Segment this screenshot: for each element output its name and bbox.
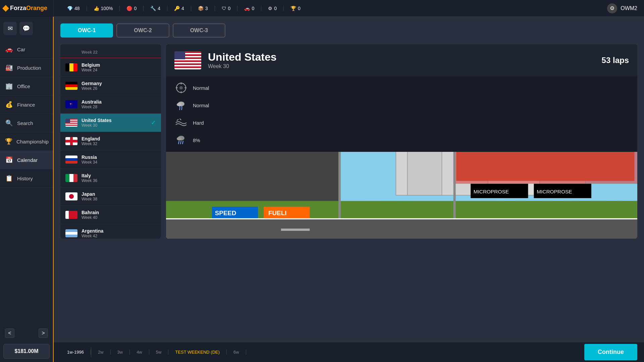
track-image: MICROPROSE MICROPROSE SPEED FUELI: [166, 152, 637, 239]
stat-shield-value: 0: [228, 6, 231, 11]
sidebar-item-history[interactable]: 📋 History: [0, 169, 53, 188]
race-week: Week 38: [82, 197, 156, 201]
svg-point-7: [177, 103, 181, 106]
list-item[interactable]: 🇦🇺 Australia Week 28: [60, 95, 161, 114]
detail-country: United States Week 30: [208, 51, 595, 69]
list-item[interactable]: Week 22: [60, 44, 161, 58]
wrench-icon: 🔧: [150, 6, 156, 11]
svg-rect-20: [456, 152, 634, 181]
list-item[interactable]: Japan Week 38: [60, 187, 161, 206]
chat-button[interactable]: 💬: [19, 22, 33, 35]
stat-approval-value: 100%: [101, 6, 113, 11]
stat-key: 🔑 4: [167, 6, 191, 11]
race-name: Argentina: [82, 228, 156, 234]
stat-trophy-value: 0: [298, 6, 301, 11]
sidebar-item-office[interactable]: 🏢 Office: [0, 77, 53, 96]
car-small-icon: 🚗: [244, 6, 250, 11]
detail-conditions: Normal Normal: [166, 76, 637, 152]
race-week: Week 24: [82, 68, 156, 72]
tab-owc2[interactable]: OWC-2: [116, 23, 169, 38]
tab-owc3[interactable]: OWC-3: [173, 23, 225, 38]
sidebar-item-calendar[interactable]: 📅 Calendar: [0, 151, 53, 169]
list-item[interactable]: Russia Week 34: [60, 150, 161, 169]
sidebar-item-search[interactable]: 🔍 Search: [0, 114, 53, 132]
box-icon: 📦: [198, 6, 204, 11]
list-item[interactable]: Belgium Week 24: [60, 58, 161, 77]
condition-row-1: Normal: [174, 81, 629, 95]
stat-red-value: 0: [134, 6, 137, 11]
sidebar-item-championship[interactable]: 🏆 Championship: [0, 132, 53, 151]
content-area: Week 22 Belgium Week 24 Germany: [60, 44, 637, 239]
race-week: Week 30: [82, 123, 147, 128]
svg-text:SPEED: SPEED: [215, 209, 236, 217]
list-item[interactable]: Italy Week 36: [60, 169, 161, 187]
main-content: OWC-1 OWC-2 OWC-3 Week 22 Belgium Week 2…: [54, 17, 644, 362]
list-item-united-states[interactable]: United States Week 30 ✓: [60, 114, 161, 132]
arrow-left-button[interactable]: <: [5, 328, 14, 338]
race-info: Japan Week 38: [82, 191, 156, 201]
stat-wrench: 🔧 4: [144, 6, 167, 11]
race-name: Belgium: [82, 62, 156, 68]
race-name: Australia: [82, 99, 156, 105]
race-week: Week 32: [82, 141, 156, 146]
diamond-icon: 💎: [67, 6, 73, 11]
stat-gear-value: 0: [274, 6, 277, 11]
sidebar-item-finance[interactable]: 💰 Finance: [0, 96, 53, 114]
office-nav-icon: 🏢: [5, 82, 13, 90]
svg-point-1: [179, 86, 183, 89]
race-info: Argentina Week 42: [82, 228, 156, 238]
sidebar-nav: 🚗 Car 🏭 Production 🏢 Office 💰 Finance 🔍 …: [0, 40, 53, 326]
finance-nav-icon: 💰: [5, 101, 13, 108]
race-flag-russia: [65, 156, 77, 164]
topbar: ForzaOrange 💎 48 👍 100% 🔴 0 🔧 4 🔑 4 📦 3: [0, 0, 644, 17]
svg-text:FUELI: FUELI: [268, 209, 286, 217]
svg-line-12: [182, 141, 183, 144]
sidebar-item-search-label: Search: [17, 120, 33, 126]
sidebar-item-production-label: Production: [17, 65, 41, 71]
svg-line-11: [180, 141, 181, 144]
trophy-small-icon: 🏆: [290, 6, 296, 11]
condition-icon-1: [174, 81, 188, 95]
stat-gear: ⚙ 0: [261, 6, 284, 11]
race-name: United States: [82, 118, 147, 123]
list-item[interactable]: Bahrain Week 40: [60, 206, 161, 224]
red-icon: 🔴: [126, 6, 132, 11]
race-flag-usa: [65, 119, 77, 127]
detail-country-name: United States: [208, 51, 595, 63]
list-item[interactable]: Germany Week 26: [60, 77, 161, 95]
key-icon: 🔑: [174, 6, 180, 11]
sidebar-money: $181.00M: [3, 344, 50, 359]
championship-nav-icon: 🏆: [5, 138, 12, 145]
check-icon: ✓: [151, 119, 156, 126]
race-info: Australia Week 28: [82, 99, 156, 109]
race-flag-japan: [65, 192, 77, 200]
condition-icon-2: [174, 99, 188, 112]
search-nav-icon: 🔍: [5, 119, 13, 127]
stat-car: 🚗 0: [237, 6, 261, 11]
timeline-current-week: 1w-1996: [60, 350, 91, 355]
sidebar-item-production[interactable]: 🏭 Production: [0, 59, 53, 77]
detail-flag: [174, 51, 201, 69]
list-item[interactable]: England Week 32: [60, 132, 161, 150]
gear-icon: ⚙: [268, 6, 272, 11]
tab-owc1[interactable]: OWC-1: [60, 23, 113, 38]
svg-rect-21: [166, 218, 637, 239]
svg-rect-38: [453, 152, 456, 218]
race-list: Week 22 Belgium Week 24 Germany: [60, 44, 161, 239]
continue-button[interactable]: Continue: [584, 344, 637, 360]
settings-icon[interactable]: ⚙: [607, 3, 617, 13]
list-item[interactable]: Argentina Week 42: [60, 224, 161, 239]
arrow-right-button[interactable]: >: [39, 328, 48, 338]
svg-rect-30: [281, 229, 310, 231]
race-info: England Week 32: [82, 136, 156, 146]
race-flag-italy: [65, 174, 77, 182]
race-name: Week 22: [82, 50, 156, 55]
svg-rect-15: [408, 152, 442, 195]
sidebar-item-history-label: History: [17, 176, 33, 181]
stat-car-value: 0: [252, 6, 254, 11]
timeline-week-5w: 5w: [149, 350, 169, 355]
sidebar-item-calendar-label: Calendar: [17, 157, 38, 163]
sidebar-item-car[interactable]: 🚗 Car: [0, 40, 53, 59]
mail-button[interactable]: ✉: [3, 22, 17, 35]
logo-text: ForzaOrange: [10, 5, 47, 12]
